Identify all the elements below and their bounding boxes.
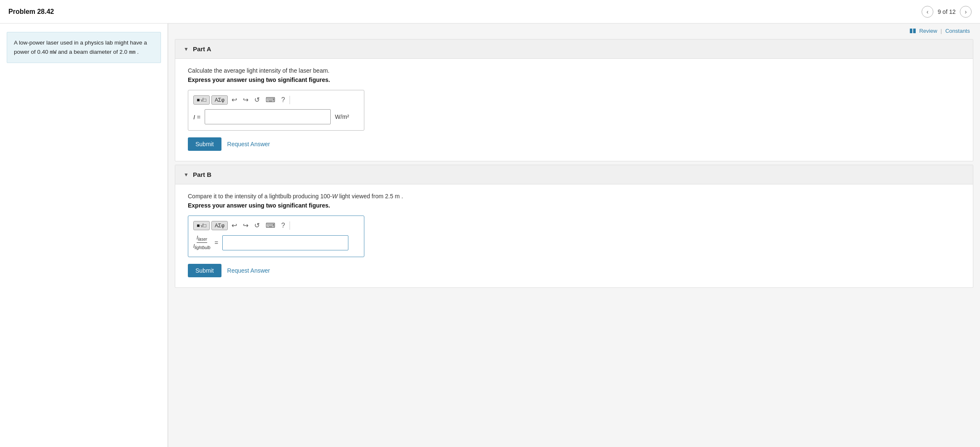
part-b-sqrt-icon: ■ <box>197 223 200 229</box>
problem-title: Problem 28.42 <box>8 8 54 16</box>
header: Problem 28.42 ‹ 9 of 12 › <box>0 0 980 24</box>
part-b-redo-btn[interactable]: ↪ <box>241 220 250 231</box>
review-link[interactable]: Review <box>919 28 937 34</box>
next-button[interactable]: › <box>960 6 972 18</box>
part-a-alpha-label: ΑΣφ <box>215 97 224 103</box>
part-b-reset-btn[interactable]: ↺ <box>252 220 262 231</box>
content-area: Review | Constants ▼ Part A Calculate th… <box>168 24 980 447</box>
prev-button[interactable]: ‹ <box>922 6 933 18</box>
part-a-reset-btn[interactable]: ↺ <box>252 95 262 105</box>
part-a-label: I = <box>193 113 200 121</box>
part-a-sqrt-label: √□ <box>200 97 206 103</box>
part-b-title: Part B <box>193 171 211 178</box>
part-a-action-row: Submit Request Answer <box>188 137 960 151</box>
nav-controls: ‹ 9 of 12 › <box>922 6 972 18</box>
part-b-body: Compare it to the intensity of a lightbu… <box>175 184 973 287</box>
part-b-keyboard-btn[interactable]: ⌨ <box>263 220 277 231</box>
problem-statement: A low-power laser used in a physics lab … <box>7 32 161 63</box>
part-b-instruction: Express your answer using two significan… <box>188 202 960 209</box>
part-b-action-row: Submit Request Answer <box>188 264 960 277</box>
link-separator: | <box>940 28 942 34</box>
part-a-keyboard-btn[interactable]: ⌨ <box>263 95 277 105</box>
part-b-input-row: Ilaser Ilightbulb = <box>193 235 359 251</box>
part-b-q1: Compare it to the intensity of a lightbu… <box>188 193 332 200</box>
part-a-math-container: ■ √□ ΑΣφ ↩ ↪ ↺ ⌨ ? <box>188 90 364 131</box>
problem-value-1: 0.40 <box>37 49 48 55</box>
part-b-fraction-label: Ilaser Ilightbulb <box>193 235 211 251</box>
main-layout: A low-power laser used in a physics lab … <box>0 24 980 447</box>
part-b-sqrt-btn[interactable]: ■ √□ <box>193 221 210 230</box>
problem-text-2: and a beam diameter of <box>58 49 118 55</box>
problem-end: . <box>137 49 139 55</box>
part-a-header[interactable]: ▼ Part A <box>175 39 973 59</box>
part-a-undo-btn[interactable]: ↩ <box>229 95 239 105</box>
problem-unit-2: mm <box>129 49 136 55</box>
part-b-header[interactable]: ▼ Part B <box>175 165 973 184</box>
part-a-input[interactable] <box>205 109 331 124</box>
part-b-undo-btn[interactable]: ↩ <box>229 220 239 231</box>
part-b-input[interactable] <box>222 235 348 250</box>
constants-link[interactable]: Constants <box>945 28 970 34</box>
part-b-submit-btn[interactable]: Submit <box>188 264 221 277</box>
review-icon <box>910 29 916 33</box>
part-b-sqrt-label: √□ <box>200 223 206 229</box>
nav-counter: 9 of 12 <box>938 8 956 15</box>
part-b-toolbar: ■ √□ ΑΣφ ↩ ↪ ↺ ⌨ ? <box>193 220 359 231</box>
part-a-redo-btn[interactable]: ↪ <box>241 95 250 105</box>
part-a-instruction: Express your answer using two significan… <box>188 76 960 83</box>
part-b-q-unit: W <box>332 193 337 200</box>
problem-value-2: 2.0 <box>119 49 127 55</box>
part-b-frac-den: Ilightbulb <box>193 243 211 250</box>
part-b-section: ▼ Part B Compare it to the intensity of … <box>175 165 973 288</box>
part-b-equals: = <box>215 239 219 246</box>
part-a-sqrt-icon: ■ <box>197 97 200 103</box>
part-b-alpha-btn[interactable]: ΑΣφ <box>211 221 228 230</box>
part-a-unit: W/m² <box>335 113 349 120</box>
part-b-q-end: . <box>400 193 403 200</box>
part-a-submit-btn[interactable]: Submit <box>188 137 221 151</box>
part-a-section: ▼ Part A Calculate the average light int… <box>175 39 973 161</box>
part-b-help-btn[interactable]: ? <box>279 221 287 231</box>
part-b-toolbar-sep <box>290 221 290 230</box>
sidebar: A low-power laser used in a physics lab … <box>0 24 168 447</box>
part-b-q-unit2: m <box>395 193 400 200</box>
part-b-frac-num: Ilaser <box>197 235 207 243</box>
top-links: Review | Constants <box>168 24 980 36</box>
part-b-math-container: ■ √□ ΑΣφ ↩ ↪ ↺ ⌨ ? <box>188 216 364 257</box>
part-a-input-row: I = W/m² <box>193 109 359 124</box>
part-a-sqrt-btn[interactable]: ■ √□ <box>193 95 210 105</box>
part-a-title: Part A <box>193 45 211 53</box>
part-a-toolbar-sep <box>290 96 290 104</box>
part-a-body: Calculate the average light intensity of… <box>175 59 973 161</box>
part-b-alpha-label: ΑΣφ <box>215 223 224 229</box>
part-a-question: Calculate the average light intensity of… <box>188 67 960 74</box>
part-a-request-answer[interactable]: Request Answer <box>227 141 270 147</box>
part-b-question: Compare it to the intensity of a lightbu… <box>188 193 960 200</box>
problem-unit-1: mW <box>50 49 57 55</box>
part-b-request-answer[interactable]: Request Answer <box>227 267 270 274</box>
part-b-chevron: ▼ <box>184 172 189 178</box>
part-a-alpha-btn[interactable]: ΑΣφ <box>211 95 228 105</box>
part-a-chevron: ▼ <box>184 46 189 52</box>
part-a-help-btn[interactable]: ? <box>279 95 287 105</box>
part-b-q2: light viewed from 2.5 <box>337 193 395 200</box>
part-a-toolbar: ■ √□ ΑΣφ ↩ ↪ ↺ ⌨ ? <box>193 95 359 105</box>
